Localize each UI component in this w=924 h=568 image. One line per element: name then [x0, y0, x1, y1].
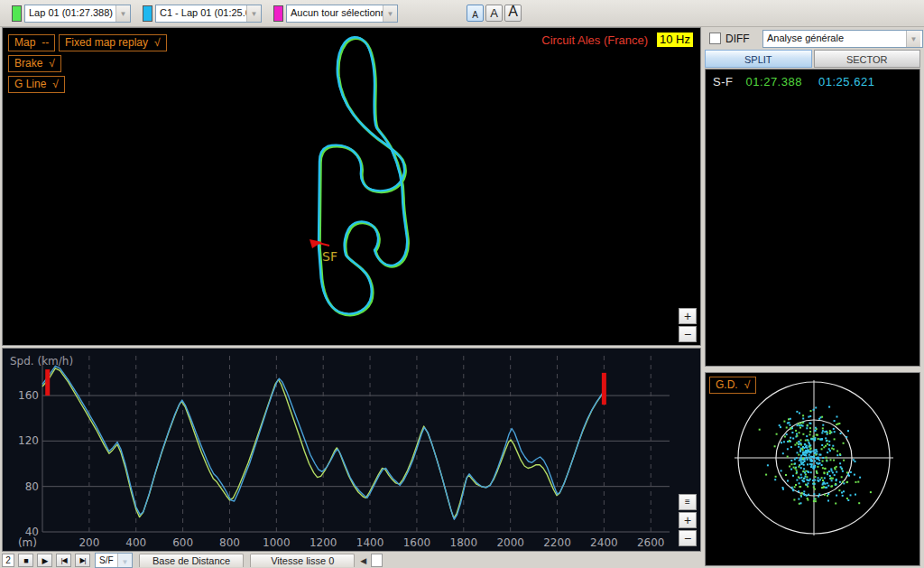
- y-tick-label: 120: [18, 434, 39, 447]
- gd-scatter-point: [809, 452, 811, 453]
- gd-scatter-point: [811, 456, 813, 458]
- chevron-down-icon[interactable]: ▼: [116, 5, 130, 22]
- gd-scatter-point: [802, 425, 804, 427]
- diff-checkbox[interactable]: [709, 33, 721, 44]
- gd-scatter-point: [785, 474, 787, 476]
- gd-scatter-point: [816, 451, 818, 452]
- gd-scatter-point: [807, 463, 808, 465]
- gd-scatter-point: [796, 442, 798, 444]
- chevron-down-icon[interactable]: ▼: [906, 31, 920, 47]
- gd-scatter-point: [791, 432, 793, 433]
- play-icon: ▶: [42, 556, 48, 565]
- gd-scatter-point: [846, 481, 848, 483]
- top-toolbar: Lap 01 (01:27.388) - BEST ▼ C1 - Lap 01 …: [0, 0, 924, 27]
- tab-vitesse-lisse[interactable]: Vitesse lisse 0: [250, 554, 355, 567]
- tab-base-de-distance[interactable]: Base de Distance: [139, 554, 244, 567]
- gd-scatter-point: [799, 423, 801, 424]
- gd-scatter-point: [814, 439, 816, 441]
- lap1-color-swatch: [12, 5, 22, 22]
- chart-zoom-out-button[interactable]: −: [679, 530, 697, 546]
- gd-scatter-point: [809, 463, 811, 465]
- gd-scatter-point: [813, 467, 815, 469]
- gd-scatter-point: [835, 503, 836, 505]
- tab-sector[interactable]: SECTOR: [814, 50, 921, 68]
- map-zoom-out-button[interactable]: −: [679, 326, 697, 342]
- fixed-map-replay-button[interactable]: Fixed map replay√: [59, 34, 167, 51]
- lap3-selector[interactable]: Aucun tour sélectionné ▼: [286, 5, 398, 23]
- gd-scatter-point: [787, 448, 789, 450]
- gd-scatter-point: [799, 427, 801, 429]
- gd-scatter-point: [800, 502, 802, 504]
- gd-scatter-point: [846, 471, 848, 473]
- skip-to-end-button[interactable]: ▶|: [75, 554, 90, 567]
- play-button[interactable]: ▶: [37, 554, 52, 567]
- gd-scatter-point: [800, 477, 802, 479]
- font-medium-button[interactable]: A: [485, 5, 503, 22]
- lap2-selector[interactable]: C1 - Lap 01 (01:25.621) - BE ▼: [155, 5, 262, 23]
- gd-scatter-point: [806, 435, 808, 437]
- gd-scatter-point: [813, 487, 815, 489]
- gd-scatter-point: [805, 446, 807, 448]
- tab-strip-end-box: [371, 554, 383, 567]
- tab-split[interactable]: SPLIT: [705, 50, 812, 68]
- gd-scatter-point: [796, 470, 798, 471]
- chevron-down-icon[interactable]: ▼: [246, 5, 261, 22]
- gd-scatter-point: [774, 445, 776, 447]
- marker-dropdown[interactable]: S/F ▼: [95, 553, 133, 568]
- gd-scatter-point: [832, 478, 834, 480]
- gd-scatter-point: [801, 448, 803, 450]
- gd-scatter-point: [804, 443, 806, 445]
- gd-scatter-point: [836, 451, 838, 452]
- x-tick-label: 2000: [496, 536, 524, 549]
- lap-marker: [45, 369, 50, 396]
- gd-scatter-point: [807, 459, 808, 461]
- gd-scatter-point: [834, 467, 836, 469]
- gd-scatter-point: [826, 440, 827, 442]
- gd-scatter-point: [808, 454, 810, 456]
- font-small-button[interactable]: A: [467, 5, 484, 22]
- gd-scatter-point: [827, 485, 829, 487]
- split-row: S-F 01:27.388 01:25.621: [713, 75, 874, 88]
- gd-scatter-point: [818, 460, 820, 461]
- analysis-mode-dropdown[interactable]: Analyse générale ▼: [762, 30, 923, 48]
- gd-scatter-point: [790, 428, 791, 430]
- gd-scatter-point: [825, 437, 827, 439]
- gd-scatter-point: [840, 433, 842, 434]
- lap1-selector[interactable]: Lap 01 (01:27.388) - BEST ▼: [24, 5, 131, 23]
- chart-zoom-in-button[interactable]: +: [679, 512, 697, 528]
- gd-scatter-point: [855, 494, 856, 496]
- gd-scatter-point: [820, 454, 822, 456]
- gd-scatter-point: [836, 471, 837, 473]
- gd-scatter-point: [858, 502, 860, 504]
- gd-toggle-button[interactable]: G.D.√: [709, 377, 756, 394]
- page-number-box[interactable]: 2: [2, 554, 14, 567]
- map-zoom-in-button[interactable]: +: [679, 308, 697, 324]
- gd-scatter-point: [816, 434, 818, 436]
- stop-button[interactable]: ■: [18, 554, 33, 567]
- tab-scroll-left-button[interactable]: ◀: [360, 556, 366, 565]
- chevron-down-icon[interactable]: ▼: [383, 5, 397, 22]
- gd-scatter-point: [818, 438, 819, 440]
- gd-scatter-point: [791, 463, 793, 465]
- split-time-lap1: 01:27.388: [746, 75, 802, 88]
- gd-scatter-point: [787, 423, 789, 424]
- gd-scatter-point: [839, 462, 841, 464]
- y-axis-title: Spd. (km/h): [10, 355, 73, 368]
- gd-scatter-point: [779, 424, 781, 426]
- lap1-selector-value: Lap 01 (01:27.388) - BEST: [25, 5, 116, 22]
- gd-scatter-point: [836, 454, 838, 456]
- font-large-button[interactable]: A: [504, 5, 522, 22]
- brake-toggle-button[interactable]: Brake√: [8, 55, 61, 72]
- skip-to-start-button[interactable]: |◀: [56, 554, 71, 567]
- gd-scatter-point: [809, 427, 811, 429]
- chart-menu-button[interactable]: ≡: [679, 494, 697, 510]
- gd-scatter-point: [786, 433, 788, 435]
- gd-scatter-point: [799, 464, 800, 466]
- x-tick-label: 600: [172, 536, 193, 549]
- gline-toggle-button[interactable]: G Line√: [8, 76, 65, 93]
- gd-scatter-point: [790, 437, 791, 439]
- gd-scatter-point: [798, 446, 799, 448]
- chevron-down-icon[interactable]: ▼: [117, 554, 132, 567]
- sample-rate-badge: 10 Hz: [657, 33, 693, 47]
- map-toggle-button[interactable]: Map--: [8, 34, 55, 51]
